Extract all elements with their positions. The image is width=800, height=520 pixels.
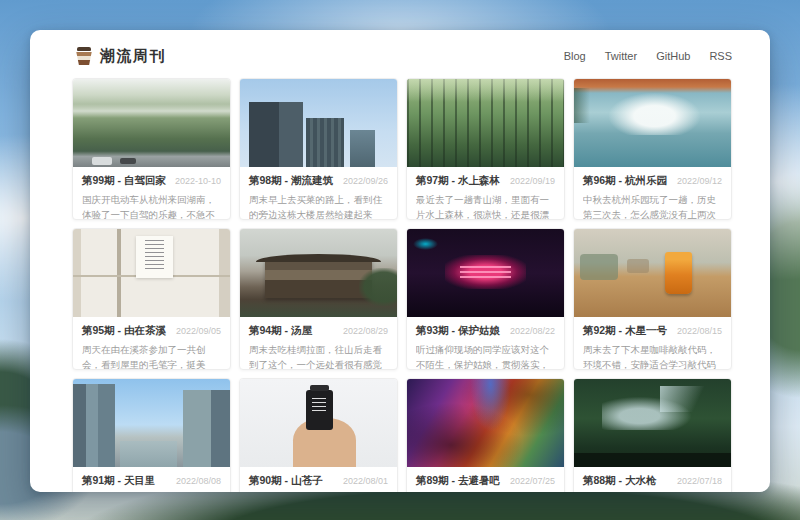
photo-shape (665, 252, 692, 294)
issue-date: 2022/09/12 (677, 176, 722, 186)
issue-title[interactable]: 第95期 - 由在茶溪 (82, 324, 166, 338)
issue-title[interactable]: 第96期 - 杭州乐园 (583, 174, 667, 188)
nav-link-twitter[interactable]: Twitter (605, 50, 637, 62)
issue-excerpt: 周末早上去买菜的路上，看到住的旁边这栋大楼居然给建起来了，在阳光下的无遮镜效果真… (249, 192, 388, 220)
nav-link-rss[interactable]: RSS (709, 50, 732, 62)
issue-title[interactable]: 第94期 - 汤屋 (249, 324, 312, 338)
issue-grid: 第99期 - 自驾回家 2022-10-10 国庆开电动车从杭州来回湖南，体验了… (72, 78, 732, 492)
photo-shape (183, 390, 230, 467)
issue-date: 2022/08/01 (343, 476, 388, 486)
issue-card-body: 第95期 - 由在茶溪 2022/09/05 周天在由在溪茶参加了一共创会，看到… (73, 317, 230, 370)
issue-title[interactable]: 第88期 - 大水枪 (583, 474, 657, 488)
photo-concert-stage (407, 229, 564, 317)
photo-shape (120, 441, 177, 467)
issue-date: 2022/08/29 (343, 326, 388, 336)
photo-night-water-spray (574, 379, 731, 467)
issue-card-body: 第90期 - 山苍子 2022/08/01 (240, 467, 397, 492)
issue-title[interactable]: 第90期 - 山苍子 (249, 474, 323, 488)
issue-excerpt: 周末去了下木星咖啡敲敲代码，环境不错，安静适合学习敲代码啥的，由于下午 3 点多… (583, 342, 722, 370)
photo-shape (413, 238, 438, 250)
issue-excerpt: 听过痛仰现场的同学应该对这个不陌生，保护姑娘，贯彻落实，高虎这一群人看着老了，但… (416, 342, 555, 370)
issue-title[interactable]: 第89期 - 去避暑吧 (416, 474, 500, 488)
photo-shape (92, 157, 112, 165)
issue-card[interactable]: 第93期 - 保护姑娘 2022/08/22 听过痛仰现场的同学应该对这个不陌生… (406, 228, 565, 370)
issue-card[interactable]: 第96期 - 杭州乐园 2022/09/12 中秋去杭州乐园玩了一趟，历史第三次… (573, 78, 732, 220)
issue-card-body: 第99期 - 自驾回家 2022-10-10 国庆开电动车从杭州来回湖南，体验了… (73, 167, 230, 220)
issue-card-body: 第97期 - 水上森林 2022/09/19 最近去了一趟青山湖，里面有一片水上… (407, 167, 564, 220)
photo-orange-drink-cafe (574, 229, 731, 317)
issue-title[interactable]: 第92期 - 木星一号 (583, 324, 667, 338)
issue-excerpt: 中秋去杭州乐园玩了一趟，历史第三次去，怎么感觉没有上两次新鲜了，除去这个水还可以… (583, 192, 722, 220)
issue-card[interactable]: 第95期 - 由在茶溪 2022/09/05 周天在由在溪茶参加了一共创会，看到… (72, 228, 231, 370)
issue-card[interactable]: 第91期 - 天目里 2022/08/08 (72, 378, 231, 492)
issue-card[interactable]: 第94期 - 汤屋 2022/08/29 周末去吃桂绸拉面，往山后走看到了这个，… (239, 228, 398, 370)
issue-card[interactable]: 第90期 - 山苍子 2022/08/01 (239, 378, 398, 492)
issue-card-body: 第89期 - 去避暑吧 2022/07/25 (407, 467, 564, 492)
issue-title[interactable]: 第93期 - 保护姑娘 (416, 324, 500, 338)
nav-link-blog[interactable]: Blog (564, 50, 586, 62)
issue-date: 2022/07/18 (677, 476, 722, 486)
photo-shape (580, 254, 618, 280)
issue-card-body: 第92期 - 木星一号 2022/08/15 周末去了下木星咖啡敲敲代码，环境不… (574, 317, 731, 370)
browser-window: 潮流周刊 Blog Twitter GitHub RSS 第99期 - 自驾回家… (30, 30, 770, 492)
photo-colorful-cave (407, 379, 564, 467)
issue-card-body: 第93期 - 保护姑娘 2022/08/22 听过痛仰现场的同学应该对这个不陌生… (407, 317, 564, 370)
issue-title[interactable]: 第99期 - 自驾回家 (82, 174, 166, 188)
issue-card[interactable]: 第99期 - 自驾回家 2022-10-10 国庆开电动车从杭州来回湖南，体验了… (72, 78, 231, 220)
photo-shape (460, 266, 510, 280)
issue-card[interactable]: 第89期 - 去避暑吧 2022/07/25 (406, 378, 565, 492)
photo-shape (73, 104, 230, 118)
issue-card[interactable]: 第88期 - 大水枪 2022/07/18 (573, 378, 732, 492)
photo-shape (609, 93, 700, 135)
issue-date: 2022/07/25 (510, 476, 555, 486)
photo-skyscrapers (240, 79, 397, 167)
issue-card-body: 第94期 - 汤屋 2022/08/29 周末去吃桂绸拉面，往山后走看到了这个，… (240, 317, 397, 370)
issue-card-body: 第88期 - 大水枪 2022/07/18 (574, 467, 731, 492)
photo-shape (407, 79, 564, 102)
issue-excerpt: 周末去吃桂绸拉面，往山后走看到了这个，一个远处看很有感觉的建筑，查了查叫汤屋。 (249, 342, 388, 370)
photo-shape (627, 259, 649, 273)
nav-link-github[interactable]: GitHub (656, 50, 690, 62)
photo-shape (660, 386, 723, 412)
issue-excerpt: 国庆开电动车从杭州来回湖南，体验了一下自驾的乐趣，不急不赶，很幸运累计只堵了..… (82, 192, 221, 220)
issue-title[interactable]: 第98期 - 潮流建筑 (249, 174, 333, 188)
photo-black-bottle-hand (240, 379, 397, 467)
photo-shape (574, 453, 731, 467)
issue-date: 2022/08/08 (176, 476, 221, 486)
photo-water-forest (407, 79, 564, 167)
site-title: 潮流周刊 (100, 47, 166, 66)
issue-date: 2022/08/15 (677, 326, 722, 336)
issue-title[interactable]: 第97期 - 水上森林 (416, 174, 500, 188)
issue-card-body: 第96期 - 杭州乐园 2022/09/12 中秋去杭州乐园玩了一趟，历史第三次… (574, 167, 731, 220)
issue-date: 2022/08/22 (510, 326, 555, 336)
issue-card[interactable]: 第92期 - 木星一号 2022/08/15 周末去了下木星咖啡敲敲代码，环境不… (573, 228, 732, 370)
site-header: 潮流周刊 Blog Twitter GitHub RSS (76, 43, 732, 69)
photo-shape (350, 130, 375, 167)
issue-title[interactable]: 第91期 - 天目里 (82, 474, 156, 488)
issue-card[interactable]: 第97期 - 水上森林 2022/09/19 最近去了一趟青山湖，里面有一片水上… (406, 78, 565, 220)
photo-glass-buildings (73, 379, 230, 467)
issue-excerpt: 周天在由在溪茶参加了一共创会，看到屋里的毛笔字，挺美的，居然是老板自己写的，牛的… (82, 342, 221, 370)
issue-date: 2022/09/05 (176, 326, 221, 336)
photo-shape (249, 102, 302, 167)
photo-tea-house-wall (73, 229, 230, 317)
photo-japanese-bathhouse (240, 229, 397, 317)
photo-shape (120, 158, 136, 164)
photo-shape (265, 259, 372, 298)
photo-shape (310, 385, 329, 391)
issue-card[interactable]: 第98期 - 潮流建筑 2022/09/26 周末早上去买菜的路上，看到住的旁边… (239, 78, 398, 220)
site-brand[interactable]: 潮流周刊 (76, 47, 166, 66)
photo-shape (470, 379, 511, 432)
issue-date: 2022/09/26 (343, 176, 388, 186)
photo-shape (256, 254, 382, 262)
photo-shape (306, 118, 344, 167)
issue-excerpt: 最近去了一趟青山湖，里面有一片水上森林，很凉快，还是很漂亮的，适合散散步。 (416, 192, 555, 220)
photo-shape (574, 88, 590, 123)
issue-card-body: 第98期 - 潮流建筑 2022/09/26 周末早上去买菜的路上，看到住的旁边… (240, 167, 397, 220)
issue-card-body: 第91期 - 天目里 2022/08/08 (73, 467, 230, 492)
issue-date: 2022/09/19 (510, 176, 555, 186)
issue-date: 2022-10-10 (175, 176, 221, 186)
photo-water-park (574, 79, 731, 167)
photo-shape (312, 398, 326, 414)
coffee-cup-icon (76, 47, 92, 65)
